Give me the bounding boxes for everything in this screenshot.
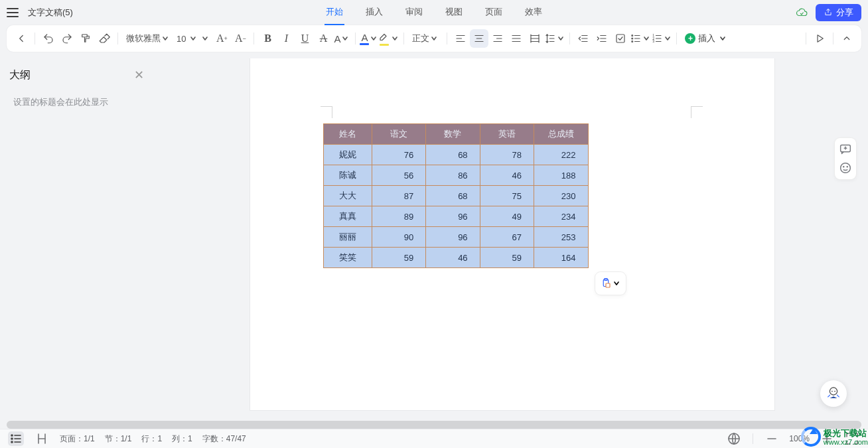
table-cell[interactable]: 188 — [534, 165, 588, 186]
ordered-list-icon[interactable]: 123 — [651, 29, 672, 48]
redo-icon[interactable] — [58, 29, 76, 48]
table-header[interactable]: 姓名 — [323, 124, 372, 145]
page-view-icon[interactable] — [34, 431, 50, 446]
table-cell[interactable]: 陈诚 — [323, 165, 372, 186]
tab-5[interactable]: 效率 — [524, 0, 543, 25]
table-row[interactable]: 陈诚568646188 — [323, 165, 588, 186]
document-page[interactable]: 姓名语文数学英语总成绩 妮妮766878222陈诚568646188大大8768… — [250, 58, 774, 410]
bullet-list-icon[interactable] — [630, 29, 651, 48]
table-header[interactable]: 总成绩 — [534, 124, 588, 145]
status-section: 节：1/1 — [105, 433, 132, 445]
svg-point-46 — [841, 163, 851, 173]
table-cell[interactable]: 46 — [480, 165, 534, 186]
plus-icon: + — [685, 33, 695, 44]
checklist-icon[interactable] — [611, 29, 630, 48]
horizontal-scrollbar[interactable] — [7, 421, 861, 429]
tab-3[interactable]: 视图 — [444, 0, 464, 25]
table-cell[interactable]: 222 — [534, 145, 588, 165]
eraser-icon[interactable] — [95, 29, 113, 48]
collapse-toolbar-icon[interactable] — [837, 29, 856, 48]
underline-icon[interactable]: U — [295, 29, 314, 48]
table-header[interactable]: 数学 — [426, 124, 480, 145]
align-right-icon[interactable] — [488, 29, 507, 48]
outline-view-icon[interactable] — [8, 431, 24, 446]
table-row[interactable]: 丽丽909667253 — [323, 227, 588, 248]
table-cell[interactable]: 76 — [372, 145, 425, 165]
table-cell[interactable]: 妮妮 — [323, 145, 372, 165]
table-cell[interactable]: 丽丽 — [323, 227, 372, 248]
assistant-avatar-icon[interactable] — [820, 380, 847, 407]
table-cell[interactable]: 253 — [534, 227, 588, 248]
italic-icon[interactable]: I — [277, 29, 295, 48]
table-cell[interactable]: 86 — [426, 165, 480, 186]
table-cell[interactable]: 59 — [372, 248, 425, 268]
font-size-select[interactable]: 10 — [174, 34, 212, 44]
format-painter-icon[interactable] — [76, 29, 95, 48]
tab-2[interactable]: 审阅 — [404, 0, 424, 25]
table-row[interactable]: 真真899649234 — [323, 206, 588, 227]
table-cell[interactable]: 75 — [480, 186, 534, 206]
tab-4[interactable]: 页面 — [484, 0, 504, 25]
table-cell[interactable]: 90 — [372, 227, 425, 248]
table-cell[interactable]: 230 — [534, 186, 588, 206]
table-cell[interactable]: 笑笑 — [323, 248, 372, 268]
insert-button[interactable]: + 插入 — [681, 33, 731, 44]
status-row: 行：1 — [141, 433, 162, 445]
cloud-sync-icon[interactable] — [796, 7, 808, 19]
emoji-icon[interactable] — [838, 161, 853, 175]
strike-icon[interactable]: A — [314, 29, 332, 48]
language-icon[interactable] — [726, 431, 742, 446]
bold-icon[interactable]: B — [258, 29, 277, 48]
tab-1[interactable]: 插入 — [364, 0, 384, 25]
highlight-icon[interactable] — [378, 29, 399, 48]
sidebar-hint: 设置的标题会在此处显示 — [9, 97, 147, 108]
table-cell[interactable]: 56 — [372, 165, 425, 186]
table-row[interactable]: 大大876875230 — [323, 186, 588, 206]
play-icon[interactable] — [810, 29, 829, 48]
table-cell[interactable]: 78 — [480, 145, 534, 165]
table-cell[interactable]: 96 — [426, 206, 480, 227]
indent-increase-icon[interactable] — [593, 29, 611, 48]
table-cell[interactable]: 68 — [426, 186, 480, 206]
comment-icon[interactable] — [838, 142, 853, 157]
font-color-icon[interactable]: A — [360, 29, 378, 48]
paste-options-button[interactable] — [595, 272, 626, 295]
table-cell[interactable]: 67 — [480, 227, 534, 248]
table-cell[interactable]: 96 — [426, 227, 480, 248]
undo-icon[interactable] — [39, 29, 58, 48]
more-start-icon[interactable] — [12, 29, 31, 48]
align-center-icon[interactable] — [470, 29, 488, 48]
table-cell[interactable]: 89 — [372, 206, 425, 227]
align-justify-icon[interactable] — [507, 29, 526, 48]
zoom-out-icon[interactable] — [764, 431, 780, 446]
paragraph-style-select[interactable]: 正文 — [408, 33, 443, 44]
table-cell[interactable]: 68 — [426, 145, 480, 165]
indent-decrease-icon[interactable] — [574, 29, 593, 48]
table-row[interactable]: 笑笑594659164 — [323, 248, 588, 268]
table-cell[interactable]: 大大 — [323, 186, 372, 206]
font-name-select[interactable]: 微软雅黑 — [122, 33, 174, 44]
chevron-down-icon — [188, 35, 198, 42]
align-distribute-icon[interactable] — [526, 29, 544, 48]
share-button[interactable]: 分享 — [816, 4, 861, 21]
font-shrink-icon[interactable]: A− — [231, 29, 250, 48]
table-cell[interactable]: 49 — [480, 206, 534, 227]
table-cell[interactable]: 59 — [480, 248, 534, 268]
app-menu-button[interactable] — [7, 7, 19, 19]
align-left-icon[interactable] — [451, 29, 470, 48]
table-cell[interactable]: 164 — [534, 248, 588, 268]
text-effects-icon[interactable]: A — [332, 29, 351, 48]
font-grow-icon[interactable]: A+ — [212, 29, 231, 48]
tab-0[interactable]: 开始 — [325, 0, 344, 25]
data-table[interactable]: 姓名语文数学英语总成绩 妮妮766878222陈诚568646188大大8768… — [323, 123, 589, 268]
table-cell[interactable]: 真真 — [323, 206, 372, 227]
margin-marker-icon — [321, 106, 332, 118]
table-header[interactable]: 语文 — [372, 124, 425, 145]
table-cell[interactable]: 87 — [372, 186, 425, 206]
line-spacing-icon[interactable] — [544, 29, 565, 48]
table-header[interactable]: 英语 — [480, 124, 534, 145]
sidebar-close-icon[interactable]: ✕ — [131, 66, 147, 84]
table-cell[interactable]: 234 — [534, 206, 588, 227]
table-row[interactable]: 妮妮766878222 — [323, 145, 588, 165]
table-cell[interactable]: 46 — [426, 248, 480, 268]
